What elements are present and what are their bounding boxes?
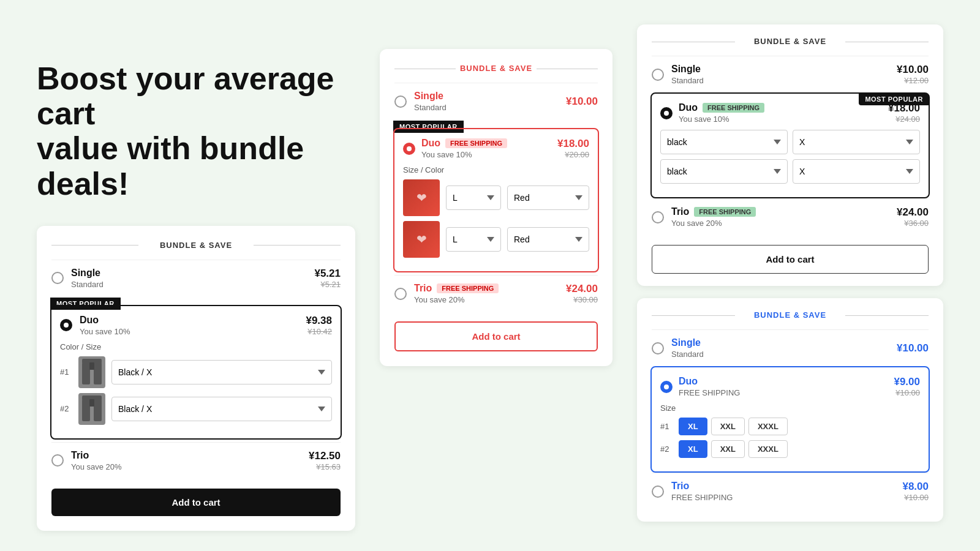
size-xl-4-2[interactable]: XL: [679, 440, 707, 458]
size-xxl-4-1[interactable]: XXL: [711, 418, 745, 435]
add-to-cart-3[interactable]: Add to cart: [652, 245, 929, 274]
badge-shipping-duo-2: FREE SHIPPING: [445, 138, 507, 148]
product-num-4-2: #2: [660, 444, 673, 454]
option-subtitle-trio-2: You save 20%: [414, 295, 559, 304]
badge-shipping-duo-3: FREE SHIPPING: [703, 103, 764, 113]
option-single-3[interactable]: Single Standard ¥10.00 ¥12.00: [652, 56, 929, 92]
option-name-duo-1: Duo: [80, 315, 298, 326]
option-duo-wrapper-3: MOST POPULAR Duo FREE SHIPPING You save …: [652, 92, 929, 198]
headline: Boost your average cartvalue with bundle…: [37, 61, 355, 201]
option-single-1[interactable]: Single Standard ¥5.21 ¥5.21: [51, 260, 341, 296]
option-single-4[interactable]: Single Standard ¥10.00: [652, 329, 929, 366]
price-orig-single-1: ¥5.21: [314, 280, 341, 289]
radio-duo-1[interactable]: [60, 319, 72, 331]
radio-trio-2[interactable]: [394, 288, 407, 300]
product-thumb-1: [78, 356, 105, 388]
option-name-trio-4: Trio: [671, 481, 895, 492]
color-select-2-2[interactable]: RedBlueBlack: [507, 227, 589, 252]
option-trio-1[interactable]: Trio You save 20% ¥12.50 ¥15.63: [51, 442, 341, 479]
bundle-card-4: BUNDLE & SAVE Single Standard ¥10.00 Duo…: [637, 298, 943, 522]
product-select-1-1[interactable]: Black / X Black / S White / X: [111, 360, 332, 384]
selects-row-3-2: blackwhitered XSML: [660, 159, 920, 184]
add-to-cart-1[interactable]: Add to cart: [51, 489, 341, 516]
option-trio-2[interactable]: Trio FREE SHIPPING You save 20% ¥24.00 ¥…: [394, 275, 598, 312]
product-select-1-2[interactable]: Black / X Black / S White / X: [111, 397, 332, 421]
svg-rect-5: [82, 399, 90, 421]
svg-rect-1: [82, 362, 90, 384]
bundle-card-3: BUNDLE & SAVE Single Standard ¥10.00 ¥12…: [637, 24, 943, 286]
option-single-2[interactable]: Single Standard ¥10.00: [394, 83, 598, 119]
size-xl-4-1[interactable]: XL: [679, 418, 707, 435]
option-subtitle-trio-1: You save 20%: [71, 462, 301, 471]
svg-rect-2: [94, 362, 102, 384]
size-xxl-4-2[interactable]: XXL: [711, 440, 745, 458]
middle-section: BUNDLE & SAVE Single Standard ¥10.00 MOS…: [380, 24, 612, 366]
price-duo-1: ¥9.38: [306, 315, 332, 327]
option-subtitle-single-3: Standard: [671, 76, 889, 85]
color-select-2-1[interactable]: RedBlueBlack: [507, 186, 589, 210]
price-orig-trio-4: ¥10.00: [902, 493, 929, 502]
radio-single-4[interactable]: [652, 342, 664, 354]
select-size-3-1[interactable]: XSML: [793, 130, 920, 154]
option-duo-box-1[interactable]: Duo You save 10% ¥9.38 ¥10.42 Color / Si…: [50, 305, 342, 440]
option-subtitle-duo-1: You save 10%: [80, 327, 298, 336]
option-name-duo-2: Duo FREE SHIPPING: [421, 138, 551, 149]
select-size-3-2[interactable]: XSML: [793, 159, 920, 184]
svg-rect-6: [94, 399, 102, 421]
radio-single-3[interactable]: [652, 69, 664, 81]
radio-duo-3[interactable]: [660, 107, 673, 119]
bundle-title-1: BUNDLE & SAVE: [51, 241, 341, 250]
option-duo-box-3[interactable]: MOST POPULAR Duo FREE SHIPPING You save …: [650, 92, 930, 198]
option-duo-wrapper-1: MOST POPULAR Duo You save 10% ¥9.38 ¥10.…: [51, 305, 341, 440]
price-single-3: ¥10.00: [897, 64, 929, 76]
option-name-single-3: Single: [671, 64, 889, 75]
option-name-single-4: Single: [671, 337, 889, 348]
bundle-title-3: BUNDLE & SAVE: [652, 37, 929, 46]
size-buttons-4-1: XL XXL XXXL: [679, 418, 788, 435]
option-name-trio-2: Trio FREE SHIPPING: [414, 283, 559, 294]
radio-trio-4[interactable]: [652, 485, 664, 498]
option-subtitle-trio-3: You save 20%: [671, 219, 889, 228]
radio-duo-4[interactable]: [660, 381, 673, 393]
left-section: Boost your average cartvalue with bundle…: [37, 24, 355, 531]
option-name-duo-3: Duo FREE SHIPPING: [679, 102, 882, 113]
most-popular-tag-3: MOST POPULAR: [859, 93, 929, 105]
radio-trio-1[interactable]: [51, 454, 64, 467]
bundle-card-2: BUNDLE & SAVE Single Standard ¥10.00 MOS…: [380, 49, 612, 366]
price-orig-duo-4: ¥10.00: [894, 388, 920, 397]
price-orig-trio-1: ¥15.63: [309, 462, 341, 471]
product-thumb-red-1: [403, 179, 440, 216]
product-thumb-2: [78, 393, 105, 425]
price-trio-1: ¥12.50: [309, 450, 341, 462]
price-orig-duo-1: ¥10.42: [306, 327, 332, 336]
size-row-4-1: #1 XL XXL XXXL: [660, 418, 920, 435]
product-num-4-1: #1: [660, 422, 673, 431]
select-color-3-2[interactable]: blackwhitered: [660, 159, 788, 184]
radio-trio-3[interactable]: [652, 211, 664, 223]
price-duo-4: ¥9.00: [894, 376, 920, 388]
option-subtitle-duo-2: You save 10%: [421, 150, 551, 159]
add-to-cart-2[interactable]: Add to cart: [394, 321, 598, 351]
bundle-title-2: BUNDLE & SAVE: [394, 64, 598, 73]
option-subtitle-duo-3: You save 10%: [679, 114, 882, 124]
option-duo-box-2[interactable]: Duo FREE SHIPPING You save 10% ¥18.00 ¥2…: [393, 128, 599, 272]
option-trio-4[interactable]: Trio FREE SHIPPING ¥8.00 ¥10.00: [652, 473, 929, 509]
radio-duo-2[interactable]: [403, 143, 415, 155]
badge-shipping-trio-3: FREE SHIPPING: [694, 207, 756, 217]
price-trio-4: ¥8.00: [902, 481, 929, 493]
size-select-2-1[interactable]: LSMXL: [446, 186, 501, 210]
radio-single-1[interactable]: [51, 272, 64, 284]
option-name-trio-1: Trio: [71, 450, 301, 461]
size-xxxl-4-2[interactable]: XXXL: [748, 440, 788, 458]
size-select-2-2[interactable]: LSMXL: [446, 227, 501, 252]
select-color-3-1[interactable]: blackwhitered: [660, 130, 788, 154]
price-trio-3: ¥24.00: [897, 206, 929, 219]
size-color-label-2: Size / Color: [403, 165, 589, 174]
option-trio-3[interactable]: Trio FREE SHIPPING You save 20% ¥24.00 ¥…: [652, 198, 929, 235]
size-xxxl-4-1[interactable]: XXXL: [748, 418, 788, 435]
radio-single-2[interactable]: [394, 96, 407, 108]
right-section: BUNDLE & SAVE Single Standard ¥10.00 ¥12…: [637, 24, 943, 522]
size-label-4: Size: [660, 403, 920, 413]
option-duo-box-4[interactable]: Duo FREE SHIPPING ¥9.00 ¥10.00 Size #1 X…: [650, 366, 930, 473]
price-orig-duo-3: ¥24.00: [888, 114, 920, 124]
